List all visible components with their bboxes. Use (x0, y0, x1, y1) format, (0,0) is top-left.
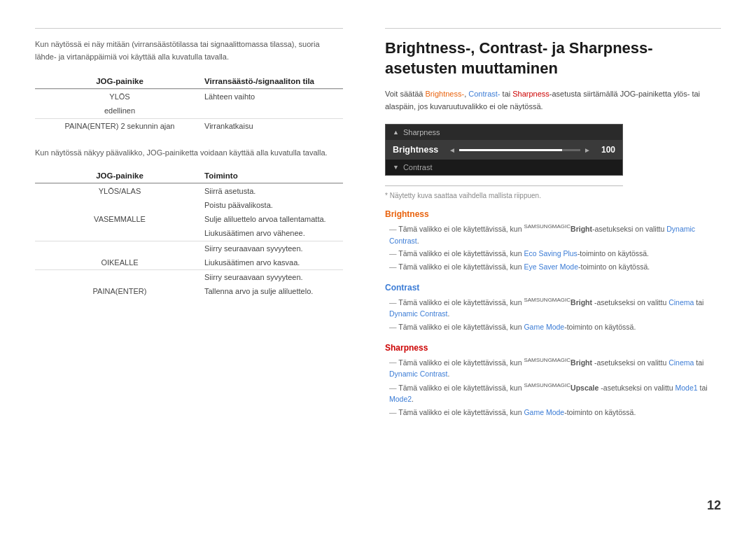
left-column: Kun näytössä ei näy mitään (virransäästö… (35, 28, 371, 506)
table1-row1-col1: YLÖS (35, 90, 204, 104)
t2-r5-c2: Siirry seuraavaan syvyyteen. (204, 241, 343, 255)
contrast-item-1: Tämä valikko ei ole käytettävissä, kun S… (385, 296, 721, 320)
table1-row3-col2: Virrankatkaisu (204, 118, 343, 133)
table-row: PAINA(ENTER) Tallenna arvo ja sulje alil… (35, 284, 343, 298)
t2-r7-c2: Siirry seuraavaan syvyyteen. (204, 270, 343, 285)
t2-r5-c1 (35, 241, 204, 255)
brightness-item-1: Tämä valikko ei ole käytettävissä, kun S… (385, 223, 721, 246)
table1-col2-header: Virransäästö-/signaaliton tila (204, 74, 343, 89)
table-power-saving: JOG-painike Virransäästö-/signaaliton ti… (35, 74, 343, 133)
brightness-item-3: Tämä valikko ei ole käytettävissä, kun E… (385, 261, 721, 273)
table-row: PAINA(ENTER) 2 sekunnin ajan Virrankatka… (35, 118, 343, 133)
right-top-divider (385, 28, 721, 29)
sharpness-section-title: Sharpness (385, 343, 721, 353)
osd-brightness-label: Brightness (393, 145, 449, 155)
t2-r2-c2: Poistu päävalikosta. (204, 198, 343, 212)
right-column: Brightness-, Contrast- ja Sharpness-aset… (371, 28, 721, 506)
arrow-left-icon: ◄ (449, 146, 456, 154)
t2-r6-c1: OIKEALLE (35, 255, 204, 269)
contrast-link: Contrast- (468, 90, 500, 98)
t2-r2-c1 (35, 198, 204, 212)
sharpness-link: Sharpness (512, 90, 550, 98)
t2-r4-c2: Liukusäätimen arvo vähenee. (204, 226, 343, 240)
t2-r6-c2: Liukusäätimen arvo kasvaa. (204, 255, 343, 269)
osd-brightness-row: Brightness ◄ ► 100 (386, 140, 622, 160)
table1-row2-col1: edellinen (35, 104, 204, 118)
t2-r3-c2: Sulje aliluettelo arvoa tallentamatta. (204, 212, 343, 226)
osd-contrast-label: Contrast (403, 163, 433, 171)
osd-sharpness-label: Sharpness (403, 128, 440, 136)
chevron-down-icon: ▼ (393, 164, 399, 171)
osd-widget: ▲ Sharpness Brightness ◄ ► 100 ▼ Contras… (385, 124, 623, 176)
contrast-section-title: Contrast (385, 283, 721, 293)
note-text: * Näytetty kuva saattaa vaihdella mallis… (385, 192, 721, 199)
page-number: 12 (707, 498, 721, 513)
t2-r4-c1 (35, 226, 204, 240)
sharpness-item-3: Tämä valikko ei ole käytettävissä, kun G… (385, 407, 721, 419)
contrast-item-2: Tämä valikko ei ole käytettävissä, kun G… (385, 321, 721, 333)
osd-slider-fill (459, 149, 562, 151)
table-row: Liukusäätimen arvo vähenee. (35, 226, 343, 240)
t2-r3-c1: VASEMMALLE (35, 212, 204, 226)
table-row: Siirry seuraavaan syvyyteen. (35, 241, 343, 255)
brightness-section: Brightness Tämä valikko ei ole käytettäv… (385, 209, 721, 273)
top-divider (35, 28, 343, 29)
brightness-section-title: Brightness (385, 209, 721, 219)
table1-col1-header: JOG-painike (35, 74, 204, 89)
sharpness-section: Sharpness Tämä valikko ei ole käytettävi… (385, 343, 721, 419)
section-description: Voit säätää Brightness-, Contrast- tai S… (385, 88, 721, 113)
chevron-up-icon: ▲ (393, 129, 399, 136)
osd-slider-area: ◄ ► 100 (449, 145, 615, 155)
arrow-right-icon: ► (584, 146, 591, 154)
sharpness-item-2: Tämä valikko ei ole käytettävissä, kun S… (385, 381, 721, 405)
t2-r7-c1 (35, 270, 204, 285)
table-row: OIKEALLE Liukusäätimen arvo kasvaa. (35, 255, 343, 269)
t2-r8-c2: Tallenna arvo ja sulje aliluettelo. (204, 284, 343, 298)
brightness-item-2: Tämä valikko ei ole käytettävissä, kun E… (385, 248, 721, 260)
table-row: YLÖS Lähteen vaihto (35, 90, 343, 104)
osd-sharpness-row: ▲ Sharpness (386, 125, 622, 140)
table2-col1-header: JOG-painike (35, 169, 204, 183)
table-row: Poistu päävalikosta. (35, 198, 343, 212)
sharpness-item-1: Tämä valikko ei ole käytettävissä, kun S… (385, 356, 721, 380)
osd-contrast-row: ▼ Contrast (386, 160, 622, 175)
osd-brightness-value: 100 (594, 145, 615, 155)
intro-text: Kun näytössä ei näy mitään (virransäästö… (35, 38, 343, 63)
table1-row3-col1: PAINA(ENTER) 2 sekunnin ajan (35, 118, 204, 133)
table2-col2-header: Toiminto (204, 169, 343, 183)
table-menu: JOG-painike Toiminto YLÖS/ALAS Siirrä as… (35, 169, 343, 298)
table-row: edellinen (35, 104, 343, 118)
table1-row2-col2 (204, 104, 343, 118)
t2-r1-c1: YLÖS/ALAS (35, 184, 204, 199)
osd-divider (385, 185, 623, 186)
page-title: Brightness-, Contrast- ja Sharpness-aset… (385, 38, 721, 78)
section2-intro: Kun näytössä näkyy päävalikko, JOG-paini… (35, 147, 343, 160)
table-row: VASEMMALLE Sulje aliluettelo arvoa talle… (35, 212, 343, 226)
t2-r8-c1: PAINA(ENTER) (35, 284, 204, 298)
t2-r1-c2: Siirrä asetusta. (204, 184, 343, 199)
contrast-section: Contrast Tämä valikko ei ole käytettävis… (385, 283, 721, 333)
table1-row1-col2: Lähteen vaihto (204, 90, 343, 104)
table-row: YLÖS/ALAS Siirrä asetusta. (35, 184, 343, 199)
table-row: Siirry seuraavaan syvyyteen. (35, 270, 343, 285)
brightness-link: Brightness- (426, 90, 465, 98)
osd-slider-track (459, 149, 580, 151)
